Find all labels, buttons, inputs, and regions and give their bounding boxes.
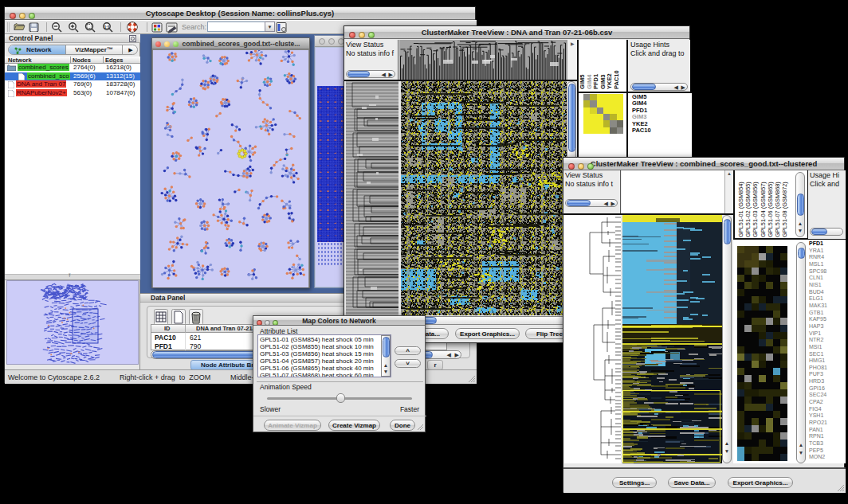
svg-text:PAC10: PAC10 (613, 70, 620, 89)
svg-text:GPL51-02 (GSM855): GPL51-02 (GSM855) (744, 182, 752, 237)
svg-text:GPL51-03 (GSM856): GPL51-03 (GSM856) (752, 182, 759, 237)
svg-text:GPL51-04 (GSM857): GPL51-04 (GSM857) (760, 182, 767, 237)
svg-text:1:1: 1:1 (104, 25, 109, 29)
svg-text:GPL51-01 (GSM854): GPL51-01 (GSM854) (737, 182, 744, 237)
svg-text:GPL51-08 (GSM872): GPL51-08 (GSM872) (781, 182, 788, 237)
svg-text:GPL51-06 (GSM865): GPL51-06 (GSM865) (767, 182, 774, 237)
svg-text:GPL51-07 (GSM868): GPL51-07 (GSM868) (774, 182, 781, 237)
